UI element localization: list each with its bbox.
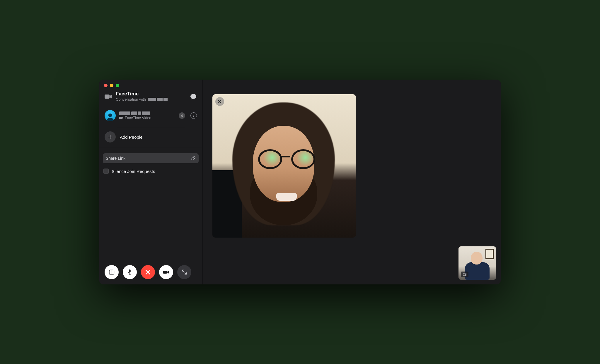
conversation-subtitle-prefix: Conversation with bbox=[116, 97, 146, 102]
sidebar: FaceTime Conversation with bbox=[99, 80, 202, 284]
pip-mode-button[interactable] bbox=[461, 272, 468, 277]
add-people-label: Add People bbox=[120, 135, 143, 140]
close-window-button[interactable] bbox=[104, 84, 108, 87]
silence-label: Silence Join Requests bbox=[112, 169, 155, 174]
plus-icon bbox=[105, 131, 116, 142]
app-title: FaceTime bbox=[116, 91, 186, 96]
link-icon bbox=[191, 156, 196, 161]
share-link-label: Share Link bbox=[106, 156, 125, 161]
svg-rect-2 bbox=[119, 117, 122, 119]
svg-point-1 bbox=[108, 114, 112, 117]
svg-rect-7 bbox=[163, 271, 167, 274]
zoom-window-button[interactable] bbox=[116, 84, 119, 87]
svg-rect-6 bbox=[129, 274, 131, 275]
self-participant-placeholder bbox=[465, 252, 490, 280]
silence-checkbox[interactable] bbox=[103, 169, 109, 174]
video-camera-icon bbox=[119, 116, 123, 119]
self-view-pip[interactable] bbox=[458, 246, 496, 280]
participant-name-redacted bbox=[119, 111, 150, 115]
participant-sub-label: FaceTime Video bbox=[125, 116, 151, 120]
svg-rect-5 bbox=[129, 274, 130, 275]
messages-icon[interactable] bbox=[190, 93, 197, 100]
svg-rect-3 bbox=[109, 270, 114, 274]
participant-avatar-icon bbox=[105, 110, 116, 121]
sidebar-toggle-button[interactable] bbox=[105, 265, 119, 279]
call-controls bbox=[105, 265, 191, 279]
facetime-window: FaceTime Conversation with bbox=[99, 80, 501, 284]
window-traffic-lights bbox=[104, 84, 119, 87]
toggle-camera-button[interactable] bbox=[159, 265, 173, 279]
mute-microphone-button[interactable] bbox=[123, 265, 137, 279]
add-people-button[interactable]: Add People bbox=[99, 127, 202, 148]
conversation-contact-redacted bbox=[148, 98, 168, 101]
video-camera-icon bbox=[105, 94, 112, 99]
participant-info-button[interactable]: i bbox=[190, 112, 197, 119]
tile-close-button[interactable] bbox=[215, 97, 224, 106]
silence-join-requests-row[interactable]: Silence Join Requests bbox=[99, 163, 202, 174]
svg-rect-0 bbox=[105, 95, 110, 99]
info-icon: i bbox=[193, 113, 194, 118]
remote-video-tile[interactable] bbox=[212, 94, 356, 238]
fullscreen-button[interactable] bbox=[177, 265, 191, 279]
remote-participant-placeholder bbox=[232, 102, 335, 225]
share-link-button[interactable]: Share Link bbox=[103, 153, 199, 163]
remove-participant-button[interactable] bbox=[179, 112, 185, 119]
svg-rect-9 bbox=[465, 274, 466, 276]
participant-row[interactable]: FaceTime Video i bbox=[99, 106, 202, 125]
end-call-button[interactable] bbox=[141, 265, 155, 279]
minimize-window-button[interactable] bbox=[110, 84, 113, 87]
call-area bbox=[202, 80, 501, 284]
